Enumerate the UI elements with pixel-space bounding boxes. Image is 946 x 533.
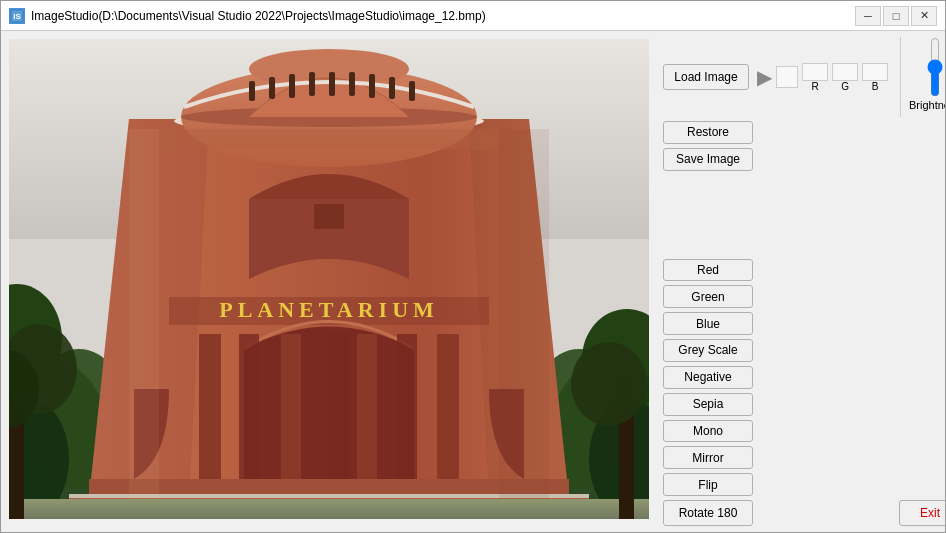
brightness-slider[interactable] (925, 37, 945, 97)
svg-rect-26 (389, 77, 395, 99)
brightness-control: Brightness (909, 37, 945, 117)
svg-text:IS: IS (13, 12, 21, 21)
window-title: ImageStudio(D:\Documents\Visual Studio 2… (31, 9, 486, 23)
svg-rect-29 (314, 204, 344, 229)
color-pick-icon[interactable]: ▶ (757, 65, 772, 89)
color-display: ▶ R G B (757, 63, 888, 92)
red-button[interactable]: Red (663, 259, 753, 282)
negative-button[interactable]: Negative (663, 366, 753, 389)
main-window: IS ImageStudio(D:\Documents\Visual Studi… (0, 0, 946, 533)
color-swatch (776, 66, 798, 88)
svg-rect-20 (269, 77, 275, 99)
load-image-button[interactable]: Load Image (663, 64, 749, 90)
svg-rect-34 (281, 334, 301, 499)
svg-point-48 (571, 342, 647, 426)
minimize-button[interactable]: ─ (855, 6, 881, 26)
r-box: R (802, 63, 828, 92)
brightness-label: Brightness (909, 99, 945, 111)
image-container: PLANETARIUM (9, 39, 649, 519)
maximize-button[interactable]: □ (883, 6, 909, 26)
sepia-button[interactable]: Sepia (663, 393, 753, 416)
rotate180-button[interactable]: Rotate 180 (663, 500, 753, 526)
svg-rect-41 (9, 499, 649, 519)
restore-button[interactable]: Restore (663, 121, 753, 144)
svg-rect-28 (159, 129, 499, 149)
app-icon: IS (9, 8, 25, 24)
svg-text:PLANETARIUM: PLANETARIUM (219, 297, 439, 322)
mono-button[interactable]: Mono (663, 420, 753, 443)
title-bar: IS ImageStudio(D:\Documents\Visual Studi… (1, 1, 945, 31)
svg-rect-38 (437, 334, 459, 499)
save-image-button[interactable]: Save Image (663, 148, 753, 171)
r-label: R (811, 81, 818, 92)
flip-button[interactable]: Flip (663, 473, 753, 496)
close-button[interactable]: ✕ (911, 6, 937, 26)
svg-rect-50 (129, 129, 159, 499)
main-content: PLANETARIUM (1, 31, 945, 532)
svg-rect-23 (329, 72, 335, 96)
top-controls: Load Image ▶ R G (663, 37, 945, 117)
title-controls: ─ □ ✕ (855, 6, 937, 26)
svg-rect-21 (289, 74, 295, 98)
svg-rect-32 (199, 334, 221, 499)
divider (900, 37, 901, 117)
svg-rect-19 (249, 81, 255, 101)
grey-scale-button[interactable]: Grey Scale (663, 339, 753, 362)
controls-panel: Load Image ▶ R G (657, 31, 945, 532)
svg-rect-27 (409, 81, 415, 101)
svg-rect-36 (357, 334, 377, 499)
b-box: B (862, 63, 888, 92)
exit-button[interactable]: Exit (899, 500, 945, 526)
b-label: B (872, 81, 879, 92)
g-label: G (841, 81, 849, 92)
svg-rect-33 (239, 334, 259, 499)
svg-rect-25 (369, 74, 375, 98)
blue-button[interactable]: Blue (663, 312, 753, 335)
g-box: G (832, 63, 858, 92)
svg-rect-22 (309, 72, 315, 96)
spacer (663, 175, 945, 255)
svg-rect-37 (397, 334, 417, 499)
green-button[interactable]: Green (663, 285, 753, 308)
building-image: PLANETARIUM (9, 39, 649, 519)
bottom-row: Rotate 180 Exit (663, 500, 945, 526)
mirror-button[interactable]: Mirror (663, 446, 753, 469)
svg-rect-35 (329, 334, 349, 499)
svg-rect-51 (499, 129, 549, 499)
image-panel: PLANETARIUM (1, 31, 657, 532)
svg-rect-24 (349, 72, 355, 96)
title-bar-left: IS ImageStudio(D:\Documents\Visual Studi… (9, 8, 486, 24)
